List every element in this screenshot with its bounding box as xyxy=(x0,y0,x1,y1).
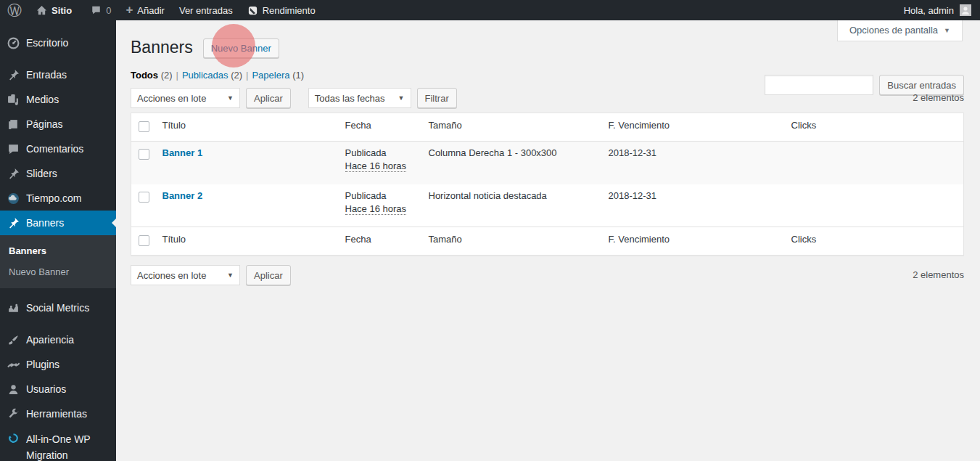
submenu-item-banners[interactable]: Banners xyxy=(0,240,116,261)
sidebar-item-usuarios[interactable]: Usuarios xyxy=(0,377,116,401)
sidebar-item-plugins[interactable]: Plugins xyxy=(0,352,116,377)
row-relative-date: Hace 16 horas xyxy=(345,160,407,172)
comments-menu[interactable]: 0 xyxy=(83,0,118,20)
sidebar-item-label: Banners xyxy=(26,217,64,229)
wordpress-admin: Ⓦ Sitio 0 + Añadir Ver entradas Rendimie… xyxy=(0,0,980,461)
pages-icon xyxy=(6,118,20,131)
select-all-checkbox[interactable] xyxy=(139,121,149,132)
migration-icon xyxy=(6,432,20,444)
banner-title-link[interactable]: Banner 2 xyxy=(162,190,203,201)
chevron-down-icon: ▼ xyxy=(398,94,405,102)
comment-bubble-icon xyxy=(91,5,102,15)
row-expiry: 2018-12-31 xyxy=(601,142,784,184)
add-label: Añadir xyxy=(137,5,165,16)
table-row: Banner 1 Publicada Hace 16 horas Columna… xyxy=(131,142,964,184)
banners-table: Título Fecha Tamaño F. Vencimiento Click… xyxy=(131,113,964,256)
performance-menu[interactable]: Rendimiento xyxy=(240,0,323,20)
row-clicks xyxy=(784,184,964,227)
wp-logo-menu[interactable]: Ⓦ xyxy=(0,0,29,20)
tablenav-top: Acciones en lote ▼ Aplicar Todas las fec… xyxy=(131,87,964,109)
site-link[interactable]: Sitio xyxy=(29,0,79,20)
chevron-down-icon: ▼ xyxy=(227,272,234,279)
cloud-icon xyxy=(6,192,20,205)
filter-separator: | xyxy=(176,70,178,81)
column-header-fecha[interactable]: Fecha xyxy=(338,113,421,142)
row-status: Publicada xyxy=(345,190,387,201)
sidebar-item-label: Páginas xyxy=(26,118,63,130)
column-header-titulo[interactable]: Título xyxy=(155,227,338,256)
row-checkbox[interactable] xyxy=(139,192,149,203)
wordpress-logo-icon: Ⓦ xyxy=(7,3,22,17)
pin-icon xyxy=(6,69,20,81)
sidebar-item-label: Plugins xyxy=(26,359,59,370)
column-header-titulo[interactable]: Título xyxy=(155,113,338,142)
banner-title-link[interactable]: Banner 1 xyxy=(162,147,203,158)
apply-button[interactable]: Aplicar xyxy=(246,265,291,285)
avatar xyxy=(960,4,971,16)
greeting: Hola, admin xyxy=(904,5,954,16)
column-header-tamano: Tamaño xyxy=(421,113,601,142)
sidebar-item-label: Medios xyxy=(26,94,59,105)
active-menu-arrow xyxy=(112,219,116,227)
items-count: 2 elementos xyxy=(913,92,964,103)
submenu-item-nuevo-banner[interactable]: Nuevo Banner xyxy=(0,261,116,282)
column-header-vencimiento: F. Vencimiento xyxy=(601,227,784,256)
account-menu[interactable]: Hola, admin xyxy=(904,0,980,20)
dashboard-icon xyxy=(6,37,20,49)
sidebar-item-label: Entradas xyxy=(26,69,67,81)
sidebar-item-comentarios[interactable]: Comentarios xyxy=(0,136,116,161)
table-row: Banner 2 Publicada Hace 16 horas Horizon… xyxy=(131,184,964,227)
sidebar-item-social-metrics[interactable]: Social Metrics xyxy=(0,295,116,320)
chevron-down-icon: ▼ xyxy=(227,94,234,102)
plus-icon: + xyxy=(125,3,133,17)
row-expiry: 2018-12-31 xyxy=(601,184,784,227)
chevron-down-icon: ▼ xyxy=(944,27,950,34)
main-content: Opciones de pantalla ▼ Banners Nuevo Ban… xyxy=(116,20,980,461)
media-icon xyxy=(6,94,20,106)
comment-count: 0 xyxy=(106,5,111,16)
apply-button[interactable]: Aplicar xyxy=(246,88,291,108)
column-header-clicks: Clicks xyxy=(784,227,964,256)
bulk-actions-select[interactable]: Acciones en lote ▼ xyxy=(131,88,240,108)
sidebar-item-label: Social Metrics xyxy=(26,302,89,314)
plugin-icon xyxy=(6,359,20,371)
sidebar-item-label: All-in-One WP Migration xyxy=(26,432,106,461)
sidebar-item-label: Usuarios xyxy=(26,383,66,395)
column-header-tamano: Tamaño xyxy=(421,227,601,256)
new-banner-button[interactable]: Nuevo Banner xyxy=(203,38,279,58)
date-filter-select[interactable]: Todas las fechas ▼ xyxy=(308,88,411,108)
select-all-checkbox[interactable] xyxy=(139,235,149,246)
new-content-menu[interactable]: + Añadir xyxy=(118,0,172,20)
sidebar-item-label: Comentarios xyxy=(26,143,83,155)
row-checkbox[interactable] xyxy=(139,149,149,160)
table-header-row: Título Fecha Tamaño F. Vencimiento Click… xyxy=(131,113,964,142)
sidebar-item-medios[interactable]: Medios xyxy=(0,87,116,112)
filter-publicadas[interactable]: Publicadas (2) xyxy=(182,70,242,81)
chart-icon xyxy=(6,302,20,314)
screen-options-label: Opciones de pantalla xyxy=(849,25,938,36)
column-header-clicks: Clicks xyxy=(784,113,964,142)
row-status: Publicada xyxy=(345,147,387,158)
column-header-fecha[interactable]: Fecha xyxy=(338,227,421,256)
sidebar-item-paginas[interactable]: Páginas xyxy=(0,112,116,136)
view-posts-link[interactable]: Ver entradas xyxy=(172,0,240,20)
sidebar-item-tiempo[interactable]: Tiempo.com xyxy=(0,186,116,211)
sidebar-item-banners[interactable]: Banners xyxy=(0,211,116,235)
user-silhouette-icon xyxy=(960,4,971,16)
sidebar-item-escritorio[interactable]: Escritorio xyxy=(0,30,116,55)
sidebar-item-sliders[interactable]: Sliders xyxy=(0,161,116,186)
sidebar-item-label: Escritorio xyxy=(26,37,68,49)
brush-icon xyxy=(6,334,20,346)
sidebar-item-all-in-one-wp-migration[interactable]: All-in-One WP Migration xyxy=(0,426,116,461)
sidebar-item-herramientas[interactable]: Herramientas xyxy=(0,401,116,426)
sidebar-item-apariencia[interactable]: Apariencia xyxy=(0,327,116,352)
bulk-actions-select[interactable]: Acciones en lote ▼ xyxy=(131,265,240,285)
sidebar-item-label: Tiempo.com xyxy=(26,192,82,204)
page-title: Banners xyxy=(131,37,193,59)
sidebar-item-label: Sliders xyxy=(26,168,57,179)
filter-button[interactable]: Filtrar xyxy=(417,88,457,108)
filter-papelera[interactable]: Papelera (1) xyxy=(252,70,304,81)
filter-todos[interactable]: Todos (2) xyxy=(131,70,173,81)
user-icon xyxy=(6,383,20,396)
sidebar-item-entradas[interactable]: Entradas xyxy=(0,62,116,87)
